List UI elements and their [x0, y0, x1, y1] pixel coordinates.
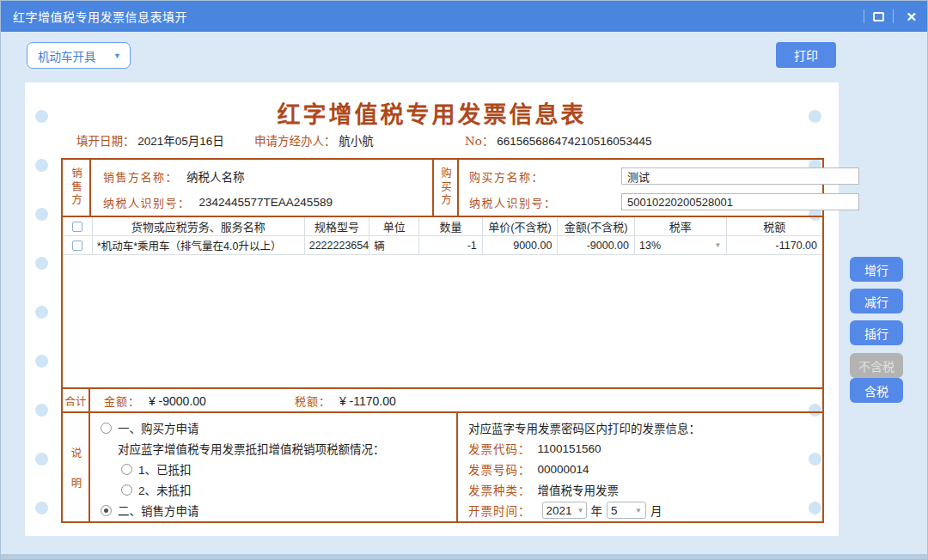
seller-taxid-line: 纳税人识别号： 2342445577TEAA245589	[103, 193, 333, 210]
seller-name-line: 销售方名称： 纳税人名称	[103, 167, 245, 185]
radio-icon[interactable]	[121, 484, 132, 496]
year-select[interactable]: 2021 ▼	[542, 502, 587, 519]
col-price: 单价(不含税)	[483, 217, 559, 236]
seller-side-label: 销售方	[63, 160, 91, 216]
total-label: 合计	[63, 389, 90, 411]
fill-date: 填开日期： 2021年05月16日	[76, 131, 224, 149]
form-card: 红字增值税专用发票信息表 填开日期： 2021年05月16日 申请方经办人： 航…	[25, 82, 839, 536]
option-deducted[interactable]: 1、已抵扣	[121, 460, 192, 478]
month-select[interactable]: 5 ▼	[607, 502, 646, 519]
decorative-dot	[35, 404, 48, 417]
decorative-dot	[35, 453, 48, 466]
decorative-dot	[35, 502, 48, 514]
invoice-type-dropdown[interactable]: 机动车开具 ▼	[27, 42, 131, 69]
decorative-dot	[35, 208, 48, 221]
decorative-dot	[35, 355, 48, 368]
window-controls: ✕	[855, 1, 920, 32]
form-number: No： 661565686474210516053445	[465, 131, 651, 149]
close-icon[interactable]: ✕	[902, 9, 920, 25]
chevron-down-icon: ▼	[572, 507, 584, 514]
invoice-type-value: 机动车开具	[38, 47, 96, 64]
blue-invoice-info: 对应蓝字专用发票密码区内打印的发票信息： 发票代码： 1100151560 发票…	[456, 413, 822, 521]
cell-amount[interactable]: -9000.00	[558, 236, 635, 255]
select-all-cell	[63, 217, 93, 236]
invoice-code-line: 发票代码： 1100151560	[468, 441, 601, 456]
window-bottom-edge	[1, 554, 927, 559]
remarks-section: 说明 一、购买方申请 对应蓝字增值税专用发票抵扣增值税销项税额情况： 1、已抵扣	[63, 413, 822, 521]
chevron-down-icon: ▼	[113, 52, 121, 60]
party-section: 销售方 销售方名称： 纳税人名称 纳税人识别号： 2342445577TEAA2…	[63, 160, 822, 217]
window-title: 红字增值税专用发票信息表填开	[13, 8, 187, 25]
remove-row-button[interactable]: 减行	[850, 289, 903, 313]
row-select-cell	[63, 236, 93, 255]
buyer-side-label: 购买方	[432, 160, 459, 216]
add-row-button[interactable]: 增行	[850, 257, 903, 282]
titlebar: 红字增值税专用发票信息表填开 ✕	[1, 1, 927, 32]
chevron-down-icon: ▼	[630, 507, 642, 514]
cell-qty[interactable]: -1	[419, 236, 483, 255]
col-amount: 金额(不含税)	[558, 217, 635, 236]
decorative-dot	[35, 306, 48, 319]
total-tax: 税额： ¥ -1170.00	[295, 393, 396, 409]
col-spec: 规格型号	[305, 217, 370, 236]
buyer-name-input[interactable]	[621, 167, 859, 185]
decorative-dot	[35, 257, 48, 270]
option-buyer-apply[interactable]: 一、购买方申请	[101, 419, 199, 436]
print-button[interactable]: 打印	[776, 42, 836, 68]
form-header-row: 填开日期： 2021年05月16日 申请方经办人： 航小航 No： 661565…	[25, 131, 839, 149]
cell-tax-rate-dropdown[interactable]: 13% ▼	[635, 236, 727, 255]
items-empty-area	[63, 255, 822, 387]
blue-invoice-title: 对应蓝字专用发票密码区内打印的发票信息：	[468, 420, 700, 435]
buyer-name-line: 购买方名称：	[469, 167, 553, 185]
restore-window-icon[interactable]	[873, 12, 884, 21]
agent: 申请方经办人： 航小航	[254, 131, 374, 149]
invoice-date-line: 开票时间： 2021 ▼ 年 5 ▼ 月	[468, 502, 662, 518]
remarks-side-label: 说明	[63, 413, 90, 521]
deduction-status-text: 对应蓝字增值税专用发票抵扣增值税销项税额情况：	[118, 440, 385, 457]
titlebar-separator	[864, 9, 864, 23]
option-seller-apply[interactable]: 二、销售方申请	[101, 502, 199, 519]
invoice-number-line: 发票号码： 00000014	[468, 461, 589, 477]
cell-tax[interactable]: -1170.00	[727, 236, 823, 255]
table-row: *机动车*乘用车（排气量在4.0升以上） 2222223654 辆 -1 900…	[63, 236, 822, 255]
total-row: 合计 金额： ¥ -9000.00 税额： ¥ -1170.00	[63, 387, 822, 413]
form-title: 红字增值税专用发票信息表	[25, 96, 839, 130]
cell-spec[interactable]: 2222223654	[305, 236, 370, 255]
col-tax-rate: 税率	[635, 217, 727, 236]
items-table-header: 货物或应税劳务、服务名称 规格型号 单位 数量 单价(不含税) 金额(不含税) …	[63, 217, 822, 236]
col-unit: 单位	[369, 217, 419, 236]
invoice-main-box: 销售方 销售方名称： 纳税人名称 纳税人识别号： 2342445577TEAA2…	[61, 158, 824, 523]
application-options: 一、购买方申请 对应蓝字增值税专用发票抵扣增值税销项税额情况： 1、已抵扣 2、…	[90, 413, 456, 521]
option-not-deducted[interactable]: 2、未抵扣	[121, 481, 192, 498]
select-all-checkbox[interactable]	[72, 222, 82, 232]
col-tax: 税额	[727, 217, 822, 236]
buyer-taxid-input[interactable]	[621, 193, 859, 210]
chevron-down-icon: ▼	[715, 241, 722, 249]
tax-included-button[interactable]: 含税	[850, 378, 903, 403]
invoice-kind-line: 发票种类： 增值税专用发票	[468, 482, 619, 497]
radio-checked-icon[interactable]	[101, 505, 112, 516]
col-qty: 数量	[419, 217, 483, 236]
insert-row-button[interactable]: 插行	[850, 320, 903, 345]
row-checkbox[interactable]	[72, 240, 82, 251]
col-name: 货物或应税劳务、服务名称	[93, 217, 305, 236]
radio-icon[interactable]	[121, 464, 132, 475]
cell-price[interactable]: 9000.00	[483, 236, 559, 255]
tax-excluded-button[interactable]: 不含税	[850, 353, 903, 378]
buyer-fields: 购买方名称： 纳税人识别号：	[459, 160, 822, 216]
seller-fields: 销售方名称： 纳税人名称 纳税人识别号： 2342445577TEAA24558…	[91, 160, 432, 216]
app-window: 红字增值税专用发票信息表填开 ✕ 机动车开具 ▼ 打印 红字增值税专用发票信息表…	[0, 0, 928, 560]
buyer-taxid-line: 纳税人识别号：	[469, 193, 565, 210]
cell-name[interactable]: *机动车*乘用车（排气量在4.0升以上）	[93, 236, 305, 255]
titlebar-separator	[893, 9, 894, 23]
decorative-dot	[35, 159, 48, 172]
cell-unit[interactable]: 辆	[369, 236, 419, 255]
radio-icon[interactable]	[101, 423, 112, 434]
total-amount: 金额： ¥ -9000.00	[104, 393, 206, 409]
